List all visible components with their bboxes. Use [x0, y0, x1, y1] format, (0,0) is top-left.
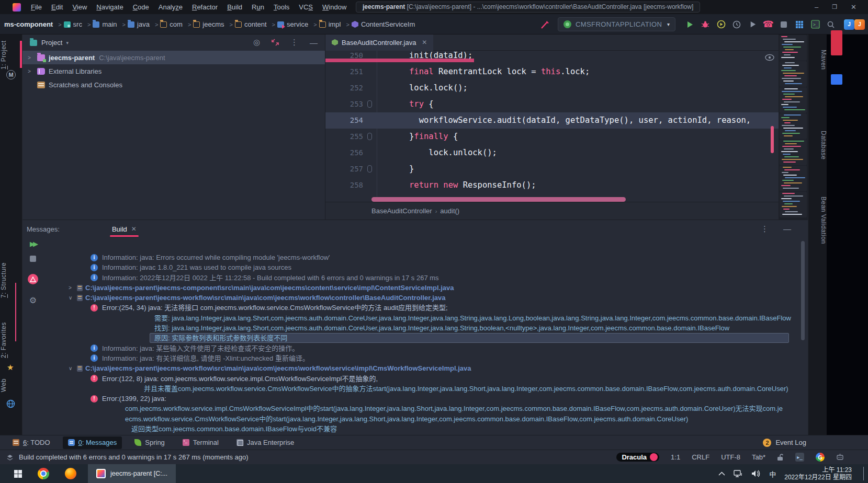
stop-button[interactable]: [776, 18, 792, 31]
tray-chevron-up-icon[interactable]: [718, 472, 725, 476]
sidebar-item-web[interactable]: Web: [0, 376, 22, 394]
breadcrumb-item-com[interactable]: com>: [160, 20, 191, 28]
maven-m-icon[interactable]: M: [6, 70, 16, 79]
code-line-251[interactable]: 251final ReentrantLock lock = this.lock;: [325, 64, 779, 80]
google-g-icon[interactable]: G: [816, 453, 825, 462]
code-line-259[interactable]: 259}: [325, 193, 779, 197]
build-row[interactable]: iInformation: java: Errors occurred whil…: [22, 252, 799, 262]
build-row[interactable]: 返回类型com.jeecms.common.base.domain.IBaseF…: [22, 424, 799, 434]
breadcrumb-item-jeecms[interactable]: jeecms>: [193, 20, 233, 28]
breadcrumb-method[interactable]: audit(): [440, 207, 459, 215]
build-row[interactable]: 需要: java.lang.Integer,java.lang.Short,co…: [22, 313, 799, 323]
indent-widget[interactable]: Tab*: [752, 453, 765, 461]
menu-run[interactable]: Run: [247, 1, 269, 13]
build-row[interactable]: !Error:(1399, 22) java:: [22, 394, 799, 404]
build-row[interactable]: !Error:(254, 34) java: 无法将接口 com.jeecms.…: [22, 303, 799, 313]
breadcrumb-item-impl[interactable]: impl>: [319, 20, 350, 28]
code-editor[interactable]: 250init(dataId);251final ReentrantLock l…: [325, 51, 779, 197]
build-row[interactable]: iInformation: java: 某些输入文件使用了未经检查或不安全的操作…: [22, 343, 799, 353]
phone-button[interactable]: ☎: [760, 18, 776, 31]
menu-refactor[interactable]: Refactor: [187, 1, 222, 13]
toolwindow-tab-messages[interactable]: 0: Messages: [63, 436, 122, 449]
code-line-255[interactable]: 255}finally {: [325, 129, 779, 145]
build-row[interactable]: 并且未覆盖com.jeecms.workflow.service.CmsWork…: [22, 384, 799, 394]
code-line-257[interactable]: 257}: [325, 161, 779, 177]
breadcrumb-item-ms-component[interactable]: ms-component>: [4, 20, 62, 28]
build-row[interactable]: ∨C:\java\jeecms-parent\jeecms-workflow\s…: [22, 293, 799, 303]
toolwindow-tab-todo[interactable]: 6: TODO: [7, 436, 55, 449]
code-line-254[interactable]: 254workflowService.audit(dataId, getData…: [325, 112, 779, 129]
build-row[interactable]: iInformation: java: 有关详细信息, 请使用 -Xlint:u…: [22, 353, 799, 363]
console-indicator-icon[interactable]: ▸_: [795, 453, 804, 462]
encoding-widget[interactable]: UTF-8: [721, 453, 740, 461]
grid-button[interactable]: [792, 18, 807, 31]
tray-clock[interactable]: 上午 11:23 2022年12月22日 星期四: [784, 466, 852, 481]
menu-edit[interactable]: Edit: [47, 1, 67, 13]
kebab-menu-icon[interactable]: ⋮: [761, 224, 769, 234]
event-log-button[interactable]: 2 Event Log: [763, 439, 806, 447]
show-desktop-divider[interactable]: [863, 467, 864, 480]
code-line-253[interactable]: 253try {: [325, 96, 779, 112]
search-button[interactable]: [823, 18, 839, 31]
robot-icon[interactable]: [836, 453, 844, 461]
firefox-icon[interactable]: [65, 468, 76, 479]
sidebar-item-project[interactable]: 1: Project: [0, 40, 22, 70]
fold-marker-icon[interactable]: [367, 165, 372, 172]
unlock-icon[interactable]: [777, 453, 784, 461]
breadcrumb-item-src[interactable]: src>: [64, 20, 91, 28]
breadcrumb-item-service[interactable]: service>: [277, 20, 317, 28]
minimize-button[interactable]: –: [815, 3, 818, 11]
chevron-right-icon[interactable]: >: [28, 55, 36, 61]
build-row[interactable]: 原因: 实际参数列表和形式参数列表长度不同: [22, 333, 799, 343]
locate-target-icon[interactable]: ◎: [253, 38, 260, 47]
chrome-icon[interactable]: [38, 468, 49, 479]
horizontal-scrollbar-thumb[interactable]: [371, 197, 626, 202]
hide-panel-icon[interactable]: —: [310, 38, 318, 47]
collapse-all-icon[interactable]: [272, 39, 279, 46]
horizontal-scrollbar[interactable]: [325, 197, 779, 202]
editor-tab[interactable]: BaseAuditController.java ✕: [325, 34, 433, 51]
chevron-right-icon[interactable]: >: [28, 68, 36, 74]
profiler-button[interactable]: [729, 18, 745, 31]
build-row[interactable]: com.jeecms.workflow.service.impl.CmsWork…: [22, 404, 799, 413]
breadcrumb-item-main[interactable]: main>: [93, 20, 126, 28]
tree-item-scratches-and-consoles[interactable]: Scratches and Consoles: [22, 78, 325, 91]
breadcrumb-item-java[interactable]: java>: [128, 20, 158, 28]
build-row[interactable]: >C:\java\jeecms-parent\jeecms-component\…: [22, 283, 799, 293]
pen-icon[interactable]: [540, 19, 550, 30]
code-line-252[interactable]: 252lock.lock();: [325, 80, 779, 96]
menu-tools[interactable]: Tools: [269, 1, 294, 13]
hide-panel-icon[interactable]: —: [783, 224, 791, 234]
breadcrumb-item-content[interactable]: content>: [235, 20, 275, 28]
menu-file[interactable]: File: [26, 1, 47, 13]
toolwindow-tab-spring[interactable]: Spring: [129, 436, 170, 449]
tree-item-external-libraries[interactable]: >External Libraries: [22, 64, 325, 78]
menu-code[interactable]: Code: [128, 1, 154, 13]
chevron-right-icon[interactable]: >: [69, 283, 72, 293]
close-tab-icon[interactable]: ✕: [422, 39, 427, 46]
sidebar-item-database[interactable]: Database: [808, 124, 827, 166]
build-row[interactable]: iInformation: javac 1.8.0_221 was used t…: [22, 262, 799, 272]
breadcrumb-class[interactable]: BaseAuditController: [371, 207, 432, 215]
code-line-258[interactable]: 258return new ResponseInfo();: [325, 177, 779, 193]
coverage-button[interactable]: [713, 18, 729, 31]
menu-vcs[interactable]: VCS: [294, 1, 318, 13]
breadcrumb-item-ContentServiceIm[interactable]: ContentServiceIm: [352, 20, 415, 28]
sidebar-item-favorites[interactable]: 2: Favorites: [0, 321, 22, 360]
build-row[interactable]: 找到: java.lang.Integer,java.lang.Short,co…: [22, 323, 799, 333]
chevron-down-icon[interactable]: ∨: [69, 293, 72, 303]
code-line-250[interactable]: 250init(dataId);: [325, 51, 779, 64]
star-icon[interactable]: ★: [7, 363, 14, 372]
sidebar-item-maven[interactable]: Maven: [808, 44, 827, 75]
fold-marker-icon[interactable]: [367, 100, 372, 108]
build-row[interactable]: !Error:(122, 8) java: com.jeecms.workflo…: [22, 374, 799, 384]
build-tab[interactable]: Build ✕: [112, 220, 137, 238]
menu-analyze[interactable]: Analyze: [154, 1, 187, 13]
caret-position-widget[interactable]: 1:1: [671, 453, 680, 461]
build-row[interactable]: ∨C:\java\jeecms-parent\jeecms-workflow\s…: [22, 363, 799, 373]
play-gray-button[interactable]: [745, 18, 760, 31]
code-minimap[interactable]: [779, 34, 808, 220]
toolwindow-tab-terminal[interactable]: Terminal: [177, 436, 224, 449]
menu-window[interactable]: Window: [318, 1, 351, 13]
toolwindow-tab-javaenterprise[interactable]: Java Enterprise: [231, 436, 299, 449]
